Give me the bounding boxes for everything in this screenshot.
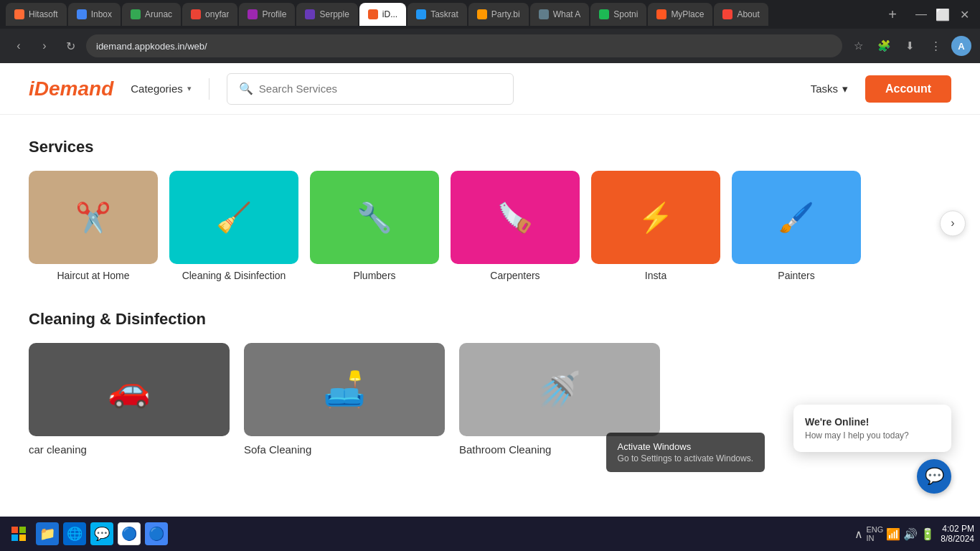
wifi-icon[interactable]: 📶 [886, 527, 900, 541]
tab-inbox[interactable]: Inbox [68, 3, 121, 26]
service-card[interactable]: ⚡ Insta [591, 171, 720, 281]
service-card[interactable]: 🪚 Carpenters [451, 171, 580, 281]
taskbar-right: ∧ ENGIN 📶 🔊 🔋 4:02 PM 8/8/2024 [854, 524, 974, 544]
minimize-button[interactable]: — [911, 4, 931, 24]
tab-spotni[interactable]: Spotni [590, 3, 646, 26]
toolbar-icons: ☆ 🧩 ⬇ ⋮ A [848, 36, 971, 56]
battery-icon[interactable]: 🔋 [920, 527, 935, 541]
tab-onlyfar[interactable]: onyfar [182, 3, 237, 26]
services-row: ✂️ Haircut at Home 🧹 Cleaning & Disinfec… [29, 171, 951, 281]
address-bar-row: ‹ › ↻ ☆ 🧩 ⬇ ⋮ A [0, 29, 980, 63]
system-tray-icons: ∧ ENGIN 📶 🔊 🔋 [854, 525, 935, 542]
start-button[interactable] [6, 521, 32, 547]
taskbar-skype[interactable]: 💬 [90, 522, 113, 545]
tasks-button[interactable]: Tasks ▾ [811, 83, 848, 95]
service-label: Plumbers [310, 270, 439, 281]
tab-idemand[interactable]: iD... [359, 3, 406, 26]
tab-taskrat[interactable]: Taskrat [407, 3, 467, 26]
chat-widget: We're Online! How may I help you today? … [793, 405, 951, 494]
service-label: Insta [591, 270, 720, 281]
categories-button[interactable]: Categories ▾ [131, 83, 192, 95]
cleaning-card[interactable]: 🚗 car cleaning [29, 343, 230, 456]
close-button[interactable]: ✕ [954, 4, 974, 24]
account-button[interactable]: Account [865, 75, 951, 103]
tab-party[interactable]: Party.bi [468, 3, 529, 26]
search-input[interactable] [259, 83, 501, 95]
service-card[interactable]: 🧹 Cleaning & Disinfection [169, 171, 298, 281]
service-card[interactable]: 🔧 Plumbers [310, 171, 439, 281]
taskbar: 📁 🌐 💬 🔵 🔵 ∧ ENGIN 📶 🔊 🔋 4:02 PM 8/8/2024 [0, 517, 980, 551]
extensions-button[interactable]: 🧩 [874, 36, 894, 56]
cleaning-label: car cleaning [29, 443, 230, 456]
maximize-button[interactable]: ⬜ [933, 4, 953, 24]
speaker-icon[interactable]: 🔊 [903, 527, 918, 541]
cleaning-label: Sofa Cleaning [244, 443, 445, 456]
services-section: Services ✂️ Haircut at Home 🧹 Cleaning &… [29, 138, 951, 281]
services-row-container: ✂️ Haircut at Home 🧹 Cleaning & Disinfec… [29, 171, 951, 281]
tab-hitasoft[interactable]: Hitasoft [6, 3, 67, 26]
back-button[interactable]: ‹ [9, 36, 29, 56]
categories-arrow-icon: ▾ [187, 84, 192, 93]
service-label: Painters [732, 270, 861, 281]
chat-popup: We're Online! How may I help you today? [793, 405, 951, 452]
tab-serpple[interactable]: Serpple [296, 3, 357, 26]
reload-button[interactable]: ↻ [60, 36, 80, 56]
windows-activate-overlay: Activate Windows Go to Settings to activ… [606, 433, 765, 472]
tab-what[interactable]: What A [530, 3, 590, 26]
chat-button[interactable]: 💬 [917, 459, 951, 494]
chat-help-label: How may I help you today? [805, 430, 940, 441]
logo[interactable]: iDemand [29, 77, 113, 100]
taskbar-explorer[interactable]: 📁 [36, 522, 59, 545]
tab-bar: HitasoftInboxArunaconyfarProfileSerpplei… [0, 0, 980, 29]
service-card[interactable]: ✂️ Haircut at Home [29, 171, 158, 281]
service-label: Cleaning & Disinfection [169, 270, 298, 281]
tasks-label: Tasks [811, 83, 838, 95]
profile-avatar[interactable]: A [951, 36, 971, 56]
tasks-arrow-icon: ▾ [842, 83, 848, 95]
browser-chrome: HitasoftInboxArunaconyfarProfileSerpplei… [0, 0, 980, 63]
forward-button[interactable]: › [34, 36, 55, 56]
settings-button[interactable]: ⋮ [925, 36, 946, 56]
services-section-title: Services [29, 138, 951, 156]
service-label: Carpenters [451, 270, 580, 281]
svg-rect-1 [19, 527, 26, 533]
header: iDemand Categories ▾ 🔍 Tasks ▾ Account [0, 63, 980, 115]
search-bar[interactable]: 🔍 [227, 73, 514, 105]
cleaning-card[interactable]: 🛋️ Sofa Cleaning [244, 343, 445, 456]
windows-activate-title: Activate Windows [618, 441, 753, 452]
bookmark-button[interactable]: ☆ [848, 36, 868, 56]
service-label: Haircut at Home [29, 270, 158, 281]
tray-up-icon[interactable]: ∧ [854, 527, 863, 541]
tab-arunac[interactable]: Arunac [122, 3, 181, 26]
service-card[interactable]: 🖌️ Painters [732, 171, 861, 281]
windows-activate-sub: Go to Settings to activate Windows. [618, 453, 753, 463]
taskbar-chrome2[interactable]: 🔵 [145, 522, 168, 545]
svg-rect-2 [11, 534, 18, 541]
new-tab-button[interactable]: + [881, 4, 904, 24]
downloads-button[interactable]: ⬇ [900, 36, 920, 56]
svg-rect-0 [11, 527, 18, 533]
svg-rect-3 [19, 534, 26, 541]
cleaning-section-title: Cleaning & Disinfection [29, 310, 951, 329]
tab-myplace[interactable]: MyPlace [648, 3, 712, 26]
categories-label: Categories [131, 83, 183, 95]
taskbar-clock: 4:02 PM 8/8/2024 [941, 524, 974, 544]
address-input[interactable] [86, 34, 842, 57]
chat-online-label: We're Online! [805, 416, 940, 428]
lang-indicator[interactable]: ENGIN [866, 525, 883, 542]
taskbar-time-display: 4:02 PM [941, 524, 974, 534]
header-divider [209, 78, 209, 100]
services-next-button[interactable]: › [940, 210, 966, 236]
taskbar-date-display: 8/8/2024 [941, 534, 974, 544]
tab-profile[interactable]: Profile [239, 3, 295, 26]
taskbar-chrome[interactable]: 🔵 [118, 522, 141, 545]
search-icon: 🔍 [239, 82, 253, 95]
taskbar-edge[interactable]: 🌐 [63, 522, 86, 545]
tab-about[interactable]: About [714, 3, 768, 26]
